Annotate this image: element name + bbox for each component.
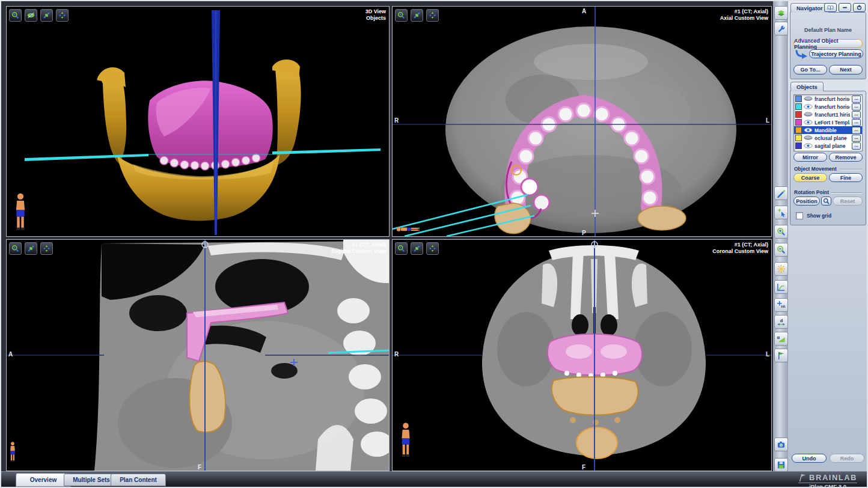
show-grid-row: Show grid xyxy=(796,212,831,219)
visibility-eye-icon[interactable] xyxy=(804,120,813,125)
zoom-in-icon[interactable] xyxy=(774,225,788,239)
pen-icon[interactable] xyxy=(774,186,788,200)
minimize-icon[interactable] xyxy=(839,3,851,12)
fit-icon[interactable] xyxy=(426,242,439,255)
brand-name: BRAINLAB xyxy=(809,473,857,482)
object-label: francfurt1 hirisontal xyxy=(815,112,850,118)
show-grid-checkbox[interactable] xyxy=(796,212,803,219)
orientation-figure xyxy=(396,224,421,234)
color-swatch xyxy=(795,103,802,110)
show-grid-label: Show grid xyxy=(807,213,831,219)
windowing-icon[interactable] xyxy=(774,280,788,294)
zoom-icon[interactable] xyxy=(9,9,22,22)
mirror-button[interactable]: Mirror xyxy=(793,153,827,162)
angle-icon[interactable]: α xyxy=(774,332,788,346)
object-row[interactable]: oclusal plane ... xyxy=(794,134,862,142)
object-row[interactable]: sagital plane ... xyxy=(794,142,862,150)
object-row[interactable]: francfurt1 hirisontal ... xyxy=(794,111,862,118)
object-movement-group: Object Movement xyxy=(794,166,862,172)
reset-button[interactable]: Reset xyxy=(833,197,863,206)
viewport-coronal[interactable]: #1 (CT; Axial) Coronal Custom View R L F xyxy=(392,239,772,471)
object-properties-button[interactable]: ... xyxy=(852,127,861,134)
object-properties-button[interactable]: ... xyxy=(852,96,861,103)
tab-navigator[interactable]: Navigator xyxy=(790,3,829,13)
object-properties-button[interactable]: ... xyxy=(852,103,861,111)
fit-icon[interactable] xyxy=(56,9,69,22)
fit-icon[interactable] xyxy=(426,9,439,22)
3d-scene xyxy=(7,7,389,236)
viewport-coronal-title-line1: #1 (CT; Axial) xyxy=(712,242,768,248)
pan-icon[interactable] xyxy=(411,242,423,255)
object-row[interactable]: LeFort I Template ... xyxy=(794,118,862,126)
trajectory-planning-button[interactable]: Trajectory Planning xyxy=(809,49,863,58)
viewport-3d-title-line2: Objects xyxy=(365,15,386,22)
brand-block: BRAINLAB iPlan CMF 3.0 xyxy=(798,473,857,488)
zoom-icon[interactable] xyxy=(395,9,408,22)
object-row[interactable]: francfurt horisontal ... ... xyxy=(794,95,862,103)
color-swatch xyxy=(795,111,802,118)
layers-icon[interactable] xyxy=(774,6,788,20)
object-row-selected[interactable]: Mandible ... xyxy=(794,126,862,134)
viewport-sagittal[interactable]: #1 (CT; Axial) Sagittal Custom View A F xyxy=(6,239,390,471)
magnifier-icon[interactable] xyxy=(821,197,831,206)
object-row[interactable]: francfurt horisontal3 ... xyxy=(794,103,862,111)
fit-icon[interactable] xyxy=(40,242,53,255)
redo-button[interactable]: Redo xyxy=(830,454,864,463)
pan-icon[interactable] xyxy=(40,9,53,22)
zoom-out-icon[interactable] xyxy=(774,243,788,257)
svg-text:HU: HU xyxy=(781,304,786,308)
remove-button[interactable]: Remove xyxy=(829,153,863,162)
undo-button[interactable]: Undo xyxy=(792,454,827,463)
visibility-eye-icon[interactable] xyxy=(804,127,813,133)
orientation-figure xyxy=(8,442,17,467)
zoom-icon[interactable] xyxy=(395,242,408,255)
wrench-icon[interactable] xyxy=(774,22,788,35)
visibility-eye-icon[interactable] xyxy=(804,135,813,141)
object-properties-button[interactable]: ... xyxy=(852,111,861,118)
object-label: sagital plane xyxy=(815,143,850,149)
object-movement-label: Object Movement xyxy=(794,166,837,172)
rotation-point-group: Rotation Point xyxy=(794,189,862,195)
object-label: LeFort I Template xyxy=(815,120,850,126)
camera-icon[interactable] xyxy=(774,438,788,451)
coarse-button[interactable]: Coarse xyxy=(793,173,827,182)
distance-icon[interactable]: d xyxy=(774,315,788,329)
svg-text:d: d xyxy=(780,318,783,323)
flag-icon[interactable] xyxy=(774,349,788,362)
tab-overview[interactable]: Overview xyxy=(16,473,71,487)
orientation-figure xyxy=(13,193,28,234)
pan-icon[interactable] xyxy=(411,9,423,22)
visibility-eye-icon[interactable] xyxy=(804,96,813,102)
object-label: francfurt horisontal3 xyxy=(815,104,850,110)
pointer-star-icon[interactable] xyxy=(774,206,788,219)
navigator-panel: Default Plan Name Advanced Object Planni… xyxy=(790,12,866,79)
book-icon[interactable] xyxy=(824,3,837,12)
fine-button[interactable]: Fine xyxy=(829,173,863,182)
visibility-eye-icon[interactable] xyxy=(804,112,813,117)
orient-label-anterior: A xyxy=(582,8,586,14)
viewport-3d-toolbar xyxy=(9,9,69,22)
power-icon[interactable] xyxy=(853,3,866,12)
object-properties-button[interactable]: ... xyxy=(852,119,861,126)
viewport-sagittal-title-line1: #1 (CT; Axial) xyxy=(331,242,386,248)
color-swatch xyxy=(795,119,802,126)
tab-objects[interactable]: Objects xyxy=(790,82,824,91)
next-button[interactable]: Next xyxy=(829,65,863,75)
visibility-eye-icon[interactable] xyxy=(804,104,813,109)
save-icon[interactable] xyxy=(774,458,788,472)
visibility-icon[interactable] xyxy=(25,9,37,22)
tab-plan-content[interactable]: Plan Content xyxy=(111,474,166,486)
pan-icon[interactable] xyxy=(25,242,37,255)
position-button[interactable]: Position xyxy=(793,197,820,206)
zoom-icon[interactable] xyxy=(9,242,22,255)
object-properties-button[interactable]: ... xyxy=(852,142,861,150)
object-properties-button[interactable]: ... xyxy=(852,135,861,142)
viewport-axial[interactable]: #1 (CT; Axial) Axial Custom View A R L P xyxy=(392,6,772,237)
advanced-object-planning-button[interactable]: Advanced Object Planning xyxy=(793,39,863,48)
hu-measure-icon[interactable]: HU xyxy=(774,298,788,312)
viewport-3d[interactable]: 3D View Objects xyxy=(6,6,390,237)
object-label: francfurt horisontal ... xyxy=(815,96,850,102)
brightness-icon[interactable] xyxy=(774,262,788,276)
visibility-eye-icon[interactable] xyxy=(804,143,813,148)
go-to-button[interactable]: Go To... xyxy=(793,65,827,75)
